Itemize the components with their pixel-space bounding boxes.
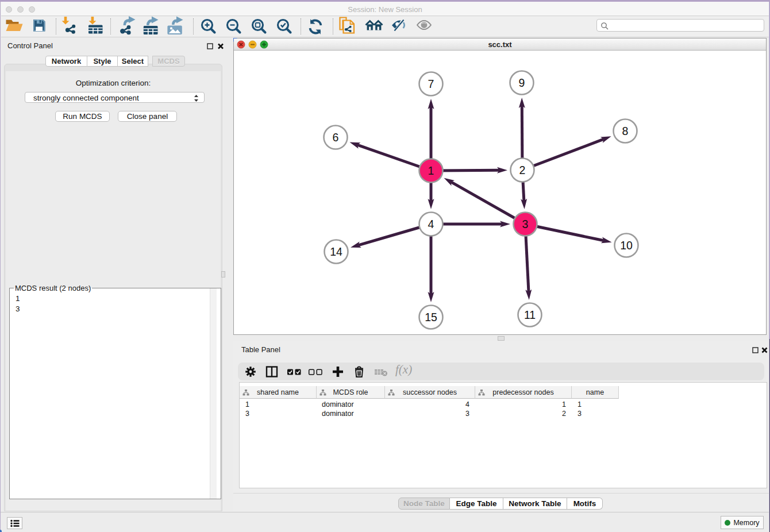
svg-text:15: 15 <box>425 311 437 323</box>
svg-text:6: 6 <box>333 131 339 144</box>
svg-text:10: 10 <box>620 239 633 252</box>
svg-text:11: 11 <box>524 309 536 321</box>
svg-text:2: 2 <box>519 164 526 176</box>
svg-text:14: 14 <box>330 245 342 258</box>
svg-text:9: 9 <box>519 76 525 89</box>
svg-text:3: 3 <box>522 218 529 230</box>
svg-text:8: 8 <box>622 125 629 137</box>
svg-text:4: 4 <box>428 218 434 230</box>
svg-text:7: 7 <box>428 78 434 90</box>
svg-text:1: 1 <box>428 164 434 177</box>
